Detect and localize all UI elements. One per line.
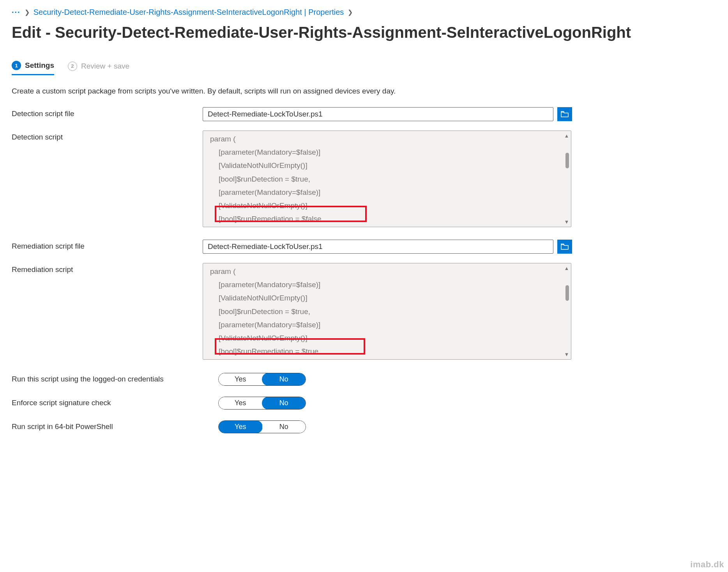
wizard-step-settings[interactable]: 1 Settings <box>12 61 54 75</box>
breadcrumb-ellipsis[interactable]: ··· <box>12 8 21 17</box>
toggle-yes[interactable]: Yes <box>218 420 263 433</box>
remediation-code-content: param ( [parameter(Mandatory=$false)][Va… <box>210 265 562 358</box>
toggle-no[interactable]: No <box>262 397 306 410</box>
breadcrumb-link-properties[interactable]: Security-Detect-Remediate-User-Rights-As… <box>34 8 344 17</box>
chevron-right-icon: ❯ <box>25 9 30 16</box>
step-badge-2: 2 <box>68 62 77 71</box>
scrollbar[interactable]: ▲ ▼ <box>564 266 570 357</box>
wizard-step-review[interactable]: 2 Review + save <box>68 61 129 75</box>
label-remediation-script: Remediation script <box>12 263 203 274</box>
step-label-review: Review + save <box>81 62 129 71</box>
detection-file-input[interactable] <box>203 107 553 121</box>
detection-script-area[interactable]: param ( [parameter(Mandatory=$false)][Va… <box>203 131 571 227</box>
label-enforce-sig: Enforce script signature check <box>12 397 218 409</box>
intro-text: Create a custom script package from scri… <box>12 87 716 95</box>
label-run-logged-on: Run this script using the logged-on cred… <box>12 374 218 385</box>
step-label-settings: Settings <box>25 61 54 70</box>
scroll-down-icon[interactable]: ▼ <box>564 219 569 224</box>
wizard-steps: 1 Settings 2 Review + save <box>12 61 716 75</box>
label-detection-script: Detection script <box>12 131 203 141</box>
chevron-right-icon: ❯ <box>348 9 353 16</box>
toggle-run-logged-on[interactable]: Yes No <box>218 373 306 386</box>
scroll-thumb[interactable] <box>565 153 569 168</box>
label-detection-file: Detection script file <box>12 107 203 118</box>
label-remediation-file: Remediation script file <box>12 240 203 251</box>
scrollbar[interactable]: ▲ ▼ <box>564 133 570 224</box>
scroll-down-icon[interactable]: ▼ <box>564 352 569 357</box>
detection-file-browse-button[interactable] <box>557 107 572 121</box>
page-title: Edit - Security-Detect-Remediate-User-Ri… <box>12 24 716 41</box>
toggle-no[interactable]: No <box>262 373 306 386</box>
scroll-up-icon[interactable]: ▲ <box>564 266 569 271</box>
toggle-enforce-sig[interactable]: Yes No <box>218 397 306 410</box>
toggle-yes[interactable]: Yes <box>219 373 262 385</box>
scroll-thumb[interactable] <box>565 285 569 301</box>
breadcrumb: ··· ❯ Security-Detect-Remediate-User-Rig… <box>12 8 716 17</box>
detection-code-content: param ( [parameter(Mandatory=$false)][Va… <box>210 132 562 226</box>
step-badge-1: 1 <box>12 61 21 70</box>
folder-icon <box>561 111 569 117</box>
remediation-file-browse-button[interactable] <box>557 240 572 254</box>
toggle-run-64bit[interactable]: Yes No <box>218 420 306 433</box>
label-run-64bit: Run script in 64-bit PowerShell <box>12 421 218 433</box>
toggle-yes[interactable]: Yes <box>219 397 262 409</box>
toggle-no[interactable]: No <box>262 421 306 433</box>
remediation-file-input[interactable] <box>203 240 553 254</box>
scroll-up-icon[interactable]: ▲ <box>564 133 569 138</box>
remediation-script-area[interactable]: param ( [parameter(Mandatory=$false)][Va… <box>203 263 571 360</box>
folder-icon <box>561 244 569 250</box>
